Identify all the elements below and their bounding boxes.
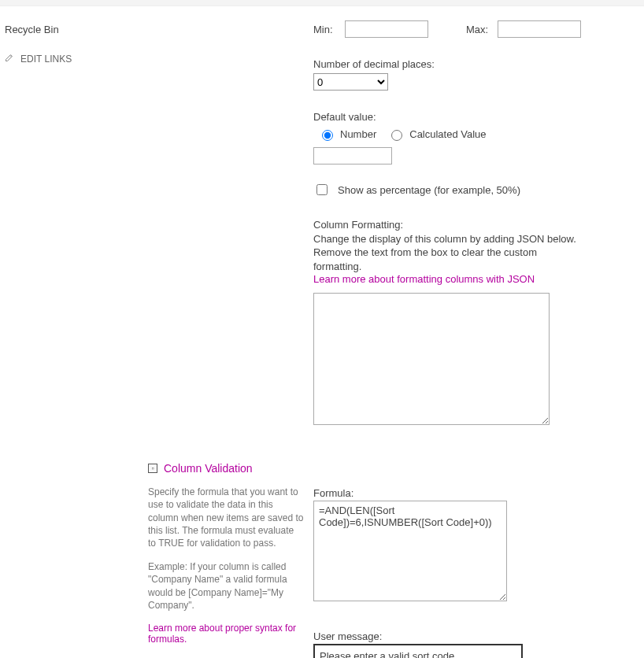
column-formatting-textarea[interactable] — [313, 293, 550, 425]
min-label: Min: — [313, 24, 337, 35]
default-calc-radio[interactable] — [391, 130, 402, 141]
column-validation-title: Column Validation — [164, 462, 253, 475]
pencil-icon — [5, 53, 20, 65]
validation-description-2: Example: If your column is called "Compa… — [148, 560, 304, 612]
user-message-label: User message: — [313, 630, 581, 642]
max-label: Max: — [466, 24, 490, 35]
column-formatting-link[interactable]: Learn more about formatting columns with… — [313, 273, 535, 285]
column-formatting-help: Change the display of this column by add… — [313, 232, 581, 274]
column-formatting-title: Column Formatting: — [313, 218, 581, 232]
min-input[interactable] — [345, 20, 428, 38]
show-percentage-label: Show as percentage (for example, 50%) — [338, 184, 520, 196]
sidebar-edit-links-label: EDIT LINKS — [20, 54, 72, 65]
decimal-places-label: Number of decimal places: — [313, 58, 581, 70]
formula-label: Formula: — [313, 487, 581, 499]
decimal-places-select[interactable]: 0 — [313, 73, 388, 91]
max-input[interactable] — [498, 20, 581, 38]
validation-description-1: Specify the formula that you want to use… — [148, 486, 304, 549]
validation-syntax-link[interactable]: Learn more about proper syntax for formu… — [148, 623, 296, 645]
window-topbar — [0, 0, 644, 6]
sidebar-edit-links[interactable]: EDIT LINKS — [2, 53, 148, 65]
sidebar-recycle-bin[interactable]: Recycle Bin — [2, 24, 148, 35]
default-calc-label: Calculated Value — [409, 128, 486, 140]
user-message-textarea[interactable] — [313, 644, 523, 658]
column-validation-header[interactable]: ▫ Column Validation — [148, 462, 304, 475]
left-sidebar: Recycle Bin EDIT LINKS — [0, 6, 148, 65]
default-number-radio[interactable] — [322, 130, 333, 141]
default-value-label: Default value: — [313, 111, 581, 123]
default-value-input[interactable] — [313, 147, 392, 164]
show-percentage-checkbox[interactable] — [316, 184, 328, 195]
collapse-icon: ▫ — [148, 464, 157, 473]
formula-textarea[interactable] — [313, 501, 507, 601]
default-number-label: Number — [340, 128, 376, 140]
